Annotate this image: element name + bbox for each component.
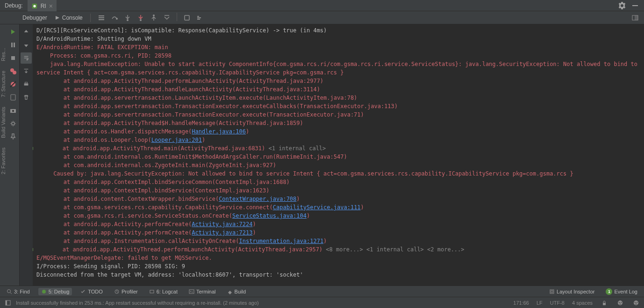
debug-actions-column bbox=[7, 24, 20, 286]
favorites-tab[interactable]: 2: Favorites bbox=[0, 147, 6, 174]
svg-point-28 bbox=[12, 122, 14, 125]
console-tab[interactable]: Console bbox=[53, 15, 85, 21]
left-tool-stripe: Res... 7: Structure Build Variants 2: Fa… bbox=[0, 24, 7, 286]
source-link[interactable]: Looper.java:201 bbox=[151, 137, 202, 143]
svg-rect-16 bbox=[635, 15, 638, 20]
log-line: Process: com.gsma.rcs.ri, PID: 28598 bbox=[36, 52, 172, 59]
settings-button[interactable] bbox=[7, 118, 19, 129]
log-line: at android.app.ContextImpl.bindService(C… bbox=[36, 187, 270, 194]
svg-rect-37 bbox=[550, 290, 554, 293]
clear-button[interactable] bbox=[21, 92, 32, 103]
tab-label: RI bbox=[41, 3, 46, 9]
log-line: at com.android.internal.os.ZygoteInit.ma… bbox=[36, 162, 276, 169]
threads-icon[interactable] bbox=[96, 13, 107, 23]
log-line: at android.content.ContextWrapper.bindSe… bbox=[36, 196, 219, 202]
tool-windows-icon[interactable] bbox=[4, 299, 12, 307]
folded-indicator[interactable]: <1 internal call> bbox=[269, 145, 326, 152]
scroll-up-button[interactable] bbox=[21, 26, 32, 37]
memory-indicator-icon[interactable] bbox=[632, 299, 640, 307]
terminal-tool[interactable]: Terminal bbox=[186, 288, 219, 295]
status-bar: Install successfully finished in 253 ms.… bbox=[0, 297, 644, 308]
svg-marker-17 bbox=[11, 29, 15, 34]
profiler-tool[interactable]: Profiler bbox=[111, 288, 141, 295]
screenshot-button[interactable] bbox=[7, 105, 19, 116]
source-link[interactable]: ContextWrapper.java:708 bbox=[219, 196, 296, 202]
force-step-into-icon[interactable] bbox=[136, 13, 146, 23]
todo-tool[interactable]: TODO bbox=[78, 288, 106, 295]
log-line: at android.app.servertransaction.LaunchA… bbox=[36, 95, 357, 101]
minimize-icon[interactable] bbox=[631, 1, 639, 10]
console-output[interactable]: D/[RCS][RcsServiceControl]: isCompatible… bbox=[33, 24, 644, 286]
soft-wrap-button[interactable] bbox=[21, 52, 32, 64]
build-variants-tab[interactable]: Build Variants bbox=[0, 107, 6, 138]
pin-button[interactable] bbox=[7, 131, 19, 142]
res-manager-tab[interactable]: Res... bbox=[0, 48, 6, 61]
debug-tool[interactable]: 5: Debug bbox=[38, 288, 72, 295]
bottom-tool-stripe: 3: Find 5: Debug TODO Profiler 6: Logcat… bbox=[0, 286, 644, 297]
step-out-icon[interactable] bbox=[149, 13, 159, 23]
scroll-down-button[interactable] bbox=[21, 39, 32, 51]
svg-rect-12 bbox=[197, 16, 199, 17]
svg-rect-38 bbox=[551, 291, 553, 293]
event-log-tool[interactable]: 1Event Log bbox=[603, 287, 640, 296]
expand-icon[interactable] bbox=[630, 13, 640, 23]
view-breakpoints-button[interactable] bbox=[7, 66, 19, 77]
inspection-icon[interactable] bbox=[616, 299, 624, 307]
close-icon[interactable]: × bbox=[49, 2, 53, 10]
trace-icon[interactable] bbox=[195, 13, 205, 23]
mute-breakpoints-button[interactable] bbox=[7, 79, 19, 90]
debug-label: Debug: bbox=[0, 2, 28, 9]
svg-rect-13 bbox=[197, 17, 201, 18]
svg-rect-19 bbox=[14, 43, 15, 47]
gear-icon[interactable] bbox=[618, 1, 626, 10]
line-separator[interactable]: LF bbox=[537, 300, 543, 306]
source-link[interactable]: Instrumentation.java:1271 bbox=[239, 238, 323, 244]
svg-point-10 bbox=[153, 15, 155, 16]
source-link[interactable]: CapabilityService.java:111 bbox=[273, 204, 361, 211]
log-line: at android.app.ActivityThread.main(Activ… bbox=[36, 145, 269, 152]
log-line: Caused by: java.lang.SecurityException: … bbox=[36, 170, 573, 177]
evaluate-icon[interactable] bbox=[182, 13, 192, 23]
svg-point-43 bbox=[619, 302, 620, 303]
log-line: at android.app.ActivityThread.handleLaun… bbox=[36, 86, 320, 93]
drop-frame-icon[interactable] bbox=[162, 13, 172, 23]
caret-position[interactable]: 171:66 bbox=[513, 300, 529, 306]
svg-point-45 bbox=[634, 301, 638, 305]
source-link[interactable]: Activity.java:7213 bbox=[192, 229, 252, 236]
print-button[interactable] bbox=[21, 79, 32, 90]
layout-inspector-tool[interactable]: Layout Inspector bbox=[546, 288, 597, 295]
log-line: at android.app.Instrumentation.callActiv… bbox=[36, 238, 239, 244]
step-over-icon[interactable] bbox=[109, 13, 120, 23]
stop-button[interactable] bbox=[7, 52, 19, 64]
file-encoding[interactable]: UTF-8 bbox=[550, 300, 565, 306]
svg-rect-29 bbox=[24, 83, 29, 85]
logcat-tool[interactable]: 6: Logcat bbox=[146, 288, 180, 295]
pause-button[interactable] bbox=[7, 39, 19, 51]
step-into-icon[interactable] bbox=[122, 13, 133, 23]
log-line: java.lang.RuntimeException: Unable to st… bbox=[36, 61, 641, 76]
build-tool[interactable]: Build bbox=[224, 288, 249, 295]
log-line: at android.os.Looper.loop( bbox=[36, 137, 151, 143]
scroll-to-end-button[interactable] bbox=[21, 66, 32, 77]
log-line: at android.app.Activity.performCreate( bbox=[36, 221, 192, 227]
svg-rect-41 bbox=[603, 303, 606, 305]
indent-setting[interactable]: 4 spaces bbox=[572, 300, 593, 306]
svg-line-32 bbox=[10, 293, 12, 294]
get-thread-dump-button[interactable] bbox=[7, 92, 19, 103]
lock-icon[interactable] bbox=[600, 299, 608, 307]
structure-tab[interactable]: 7: Structure bbox=[0, 71, 6, 97]
log-line: at com.gsma.services.rcs.capability.Capa… bbox=[36, 204, 273, 211]
source-link[interactable]: ServiceStatus.java:104 bbox=[232, 213, 307, 219]
svg-point-27 bbox=[12, 110, 14, 112]
source-link[interactable]: Activity.java:7224 bbox=[192, 221, 252, 227]
folded-indicator[interactable]: <8 more...> <1 internal call> <2 more...… bbox=[326, 246, 464, 253]
svg-point-22 bbox=[13, 71, 16, 74]
rerun-button[interactable] bbox=[7, 26, 19, 37]
log-line: at com.android.internal.os.RuntimeInit$M… bbox=[36, 154, 347, 160]
svg-rect-18 bbox=[11, 43, 13, 47]
debugger-tab[interactable]: Debugger bbox=[21, 15, 49, 21]
source-link[interactable]: Handler.java:106 bbox=[192, 128, 246, 135]
svg-rect-35 bbox=[150, 290, 154, 293]
find-tool[interactable]: 3: Find bbox=[4, 288, 33, 295]
debug-config-tab[interactable]: RI × bbox=[28, 0, 57, 11]
